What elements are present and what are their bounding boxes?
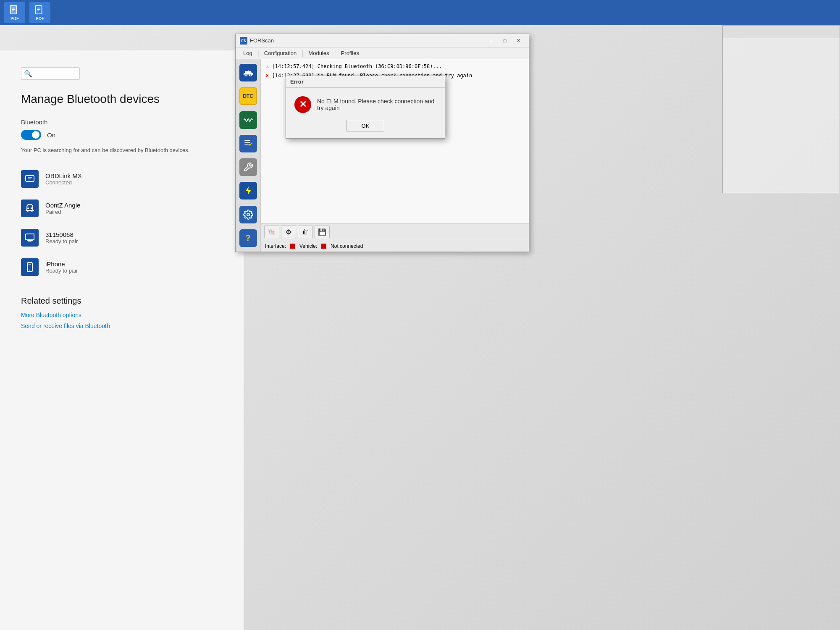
pdf-icon-1[interactable]: PDF xyxy=(4,2,25,23)
settings-icon xyxy=(239,206,257,223)
pdf-icon-2[interactable]: PDF xyxy=(29,2,50,23)
maximize-button[interactable]: □ xyxy=(499,37,511,45)
device-item-oontz[interactable]: OontZ Angle Paired xyxy=(21,196,223,220)
search-input[interactable] xyxy=(34,71,77,76)
menu-configuration[interactable]: Configuration xyxy=(260,49,301,57)
svg-rect-16 xyxy=(27,240,33,241)
sidebar-dtc-btn[interactable]: DTC xyxy=(237,85,260,107)
sidebar-gear-btn[interactable] xyxy=(237,204,260,226)
device-name-oontz: OontZ Angle xyxy=(45,202,80,209)
svg-point-24 xyxy=(248,70,249,71)
window-controls: ─ □ ✕ xyxy=(485,37,525,45)
forscan-title-area: FS FORScan xyxy=(240,37,274,45)
bluetooth-label: Bluetooth xyxy=(21,118,223,126)
not-connected-text: Not connected xyxy=(331,243,363,249)
vehicle-status-dot xyxy=(321,244,326,249)
bluetooth-toggle[interactable] xyxy=(21,130,41,140)
toolbar-shell-btn[interactable]: 🐚 xyxy=(264,226,279,238)
desktop: 🔍 Manage Bluetooth devices Bluetooth On … xyxy=(0,25,840,630)
related-settings: Related settings More Bluetooth options … xyxy=(21,296,223,329)
forscan-menubar: Log | Configuration | Modules | Profiles xyxy=(236,47,529,59)
log-entry-1: ⚠ [14:12:57.424] Checking Bluetooth (36:… xyxy=(266,63,524,70)
forscan-title-text: FORScan xyxy=(250,37,274,44)
device-item-iphone[interactable]: iPhone Ready to pair xyxy=(21,255,223,279)
menu-modules[interactable]: Modules xyxy=(304,49,333,57)
device-name-iphone: iPhone xyxy=(45,260,78,268)
more-bluetooth-options-link[interactable]: More Bluetooth options xyxy=(21,312,223,318)
sidebar-wave-btn[interactable] xyxy=(237,109,260,131)
device-status-31150068: Ready to pair xyxy=(45,238,78,244)
bluetooth-description: Your PC is searching for and can be disc… xyxy=(21,147,223,154)
device-status-obdlink: Connected xyxy=(45,179,82,186)
wave-icon xyxy=(239,111,257,129)
forscan-titlebar: FS FORScan ─ □ ✕ xyxy=(236,34,529,47)
forscan-statusbar: Interface: Vehicle: Not connected xyxy=(261,240,529,252)
toolbar-delete-btn[interactable]: 🗑 xyxy=(298,226,313,238)
bluetooth-settings-window: 🔍 Manage Bluetooth devices Bluetooth On … xyxy=(0,50,244,630)
help-icon: ? xyxy=(239,229,257,247)
svg-rect-10 xyxy=(28,181,32,182)
error-dialog: Error ✕ No ELM found. Please check conne… xyxy=(286,76,445,139)
forscan-sidebar: DTC xyxy=(236,59,261,252)
device-item-31150068[interactable]: 31150068 Ready to pair xyxy=(21,226,223,250)
car-icon xyxy=(239,64,257,81)
svg-point-29 xyxy=(247,213,249,216)
forscan-window: FS FORScan ─ □ ✕ Log | Configuration | M… xyxy=(235,34,529,252)
menu-profiles[interactable]: Profiles xyxy=(337,49,363,57)
pdf-label-1: PDF xyxy=(10,16,19,21)
device-name-31150068: 31150068 xyxy=(45,231,78,238)
pdf-label-2: PDF xyxy=(36,16,44,21)
menu-log[interactable]: Log xyxy=(239,49,257,57)
taskbar: PDF PDF xyxy=(0,0,840,25)
svg-rect-17 xyxy=(28,241,32,242)
vehicle-label: Vehicle: xyxy=(299,243,317,249)
dtc-icon: DTC xyxy=(239,87,257,105)
related-settings-title: Related settings xyxy=(21,296,223,306)
sidebar-car-btn[interactable] xyxy=(237,62,260,84)
device-icon-oontz xyxy=(21,200,39,217)
svg-rect-9 xyxy=(26,176,34,181)
device-item-obdlink[interactable]: OBDLink MX Connected xyxy=(21,167,223,191)
sidebar-check-btn[interactable] xyxy=(237,133,260,155)
device-icon-31150068 xyxy=(21,229,39,247)
close-button[interactable]: ✕ xyxy=(512,37,525,45)
sidebar-help-btn[interactable]: ? xyxy=(237,227,260,249)
device-status-oontz: Paired xyxy=(45,209,80,215)
dialog-message-row: ✕ No ELM found. Please check connection … xyxy=(294,96,436,113)
dialog-body: ✕ No ELM found. Please check connection … xyxy=(286,88,445,138)
interface-status-dot xyxy=(290,244,295,249)
dialog-ok-button[interactable]: OK xyxy=(346,120,384,131)
svg-point-13 xyxy=(27,207,29,209)
minimize-button[interactable]: ─ xyxy=(485,37,498,45)
device-status-iphone: Ready to pair xyxy=(45,268,78,274)
error-icon: ✕ xyxy=(294,96,311,113)
dialog-title: Error xyxy=(290,79,304,85)
bluetooth-state: On xyxy=(47,131,55,139)
svg-marker-28 xyxy=(246,186,251,195)
wrench-icon xyxy=(239,158,257,176)
sidebar-bolt-btn[interactable] xyxy=(237,180,260,202)
bluetooth-toggle-row: On xyxy=(21,130,223,140)
toolbar-settings-btn[interactable]: ⚙ xyxy=(281,226,296,238)
send-receive-files-link[interactable]: Send or receive files via Bluetooth xyxy=(21,323,223,329)
search-icon: 🔍 xyxy=(24,70,32,78)
forscan-toolbar: 🐚 ⚙ 🗑 💾 xyxy=(261,223,529,240)
search-box[interactable]: 🔍 xyxy=(21,67,80,80)
log-warn-icon: ⚠ xyxy=(266,63,272,69)
toolbar-save-btn[interactable]: 💾 xyxy=(315,226,330,238)
device-list: OBDLink MX Connected OontZ Angle Paired xyxy=(21,167,223,279)
dialog-titlebar: Error xyxy=(286,76,445,88)
sidebar-wrench-btn[interactable] xyxy=(237,156,260,178)
background-window xyxy=(722,25,840,193)
checklist-icon xyxy=(239,135,257,152)
device-info-iphone: iPhone Ready to pair xyxy=(45,260,78,274)
svg-point-14 xyxy=(31,207,32,209)
bolt-icon xyxy=(239,182,257,200)
page-title: Manage Bluetooth devices xyxy=(21,92,223,106)
log-error-icon: ✖ xyxy=(266,73,272,79)
svg-rect-27 xyxy=(244,144,249,145)
dialog-message: No ELM found. Please check connection an… xyxy=(317,98,436,111)
device-icon-obdlink xyxy=(21,170,39,188)
svg-rect-15 xyxy=(26,234,34,240)
svg-rect-26 xyxy=(244,142,250,143)
